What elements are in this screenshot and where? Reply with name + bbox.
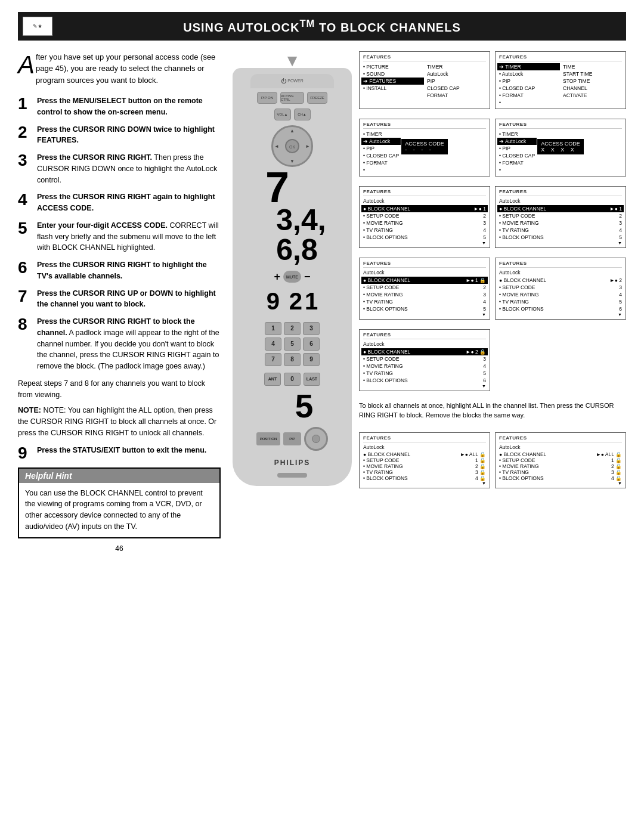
all-options-1: • BLOCK OPTIONS 4 🔒 xyxy=(363,475,486,481)
access-dash-panel: FEATURES • TIMER ➔ AutoLock • PIP • CLOS… xyxy=(359,119,490,176)
cursor-ring-small[interactable] xyxy=(304,427,328,451)
num-btn-6[interactable]: 6 xyxy=(303,337,320,351)
channel-1-row: ● BLOCK CHANNEL ►● 1 🔒 xyxy=(361,277,488,284)
num-btn-0[interactable]: 0 xyxy=(284,373,301,386)
step-number-5: 5 xyxy=(18,220,31,237)
cc-row-x: • CLOSED CAP xyxy=(499,152,535,159)
all-movie-num-2: 2 🔒 xyxy=(611,463,622,469)
block-channel-row-1: ● BLOCK CHANNEL ►● 1 xyxy=(361,205,488,212)
setup-code-row-1b: • SETUP CODE 2 xyxy=(499,212,622,219)
menu-features-selected: ➔ FEATURES xyxy=(361,78,424,85)
ch2-setup: • SETUP CODE 3 xyxy=(499,284,622,291)
all-setup-label-1: • SETUP CODE xyxy=(363,457,399,463)
all-movie-num-1: 2 🔒 xyxy=(475,463,486,469)
timer-selected: ➔ TIMER xyxy=(497,63,560,70)
remote-freeze-btn[interactable]: FREEZE xyxy=(307,92,327,104)
fmt-row-x: • FORMAT xyxy=(499,159,535,166)
down-arrow-4: ▼ xyxy=(363,384,486,388)
timer-row: • TIMER xyxy=(363,131,399,138)
num-btn-2[interactable]: 2 xyxy=(284,322,301,335)
remote-ch-up[interactable]: CH▲ xyxy=(294,109,311,120)
channel-2-locked-panel: FEATURES AutoLock ● BLOCK CHANNEL ►● 2 🔒… xyxy=(359,329,490,391)
movie-rating-row-1: • MOVIE RATING 3 xyxy=(363,219,486,227)
all-block-label-2: ● BLOCK CHANNEL xyxy=(499,451,546,457)
position-btn[interactable]: POSITION xyxy=(256,432,280,445)
step-number-7: 7 xyxy=(18,288,31,305)
intro-text: A fter you have set up your personal acc… xyxy=(18,51,221,86)
autolock-label-4: AutoLock xyxy=(363,341,486,347)
autolock-label-2: AutoLock xyxy=(363,270,486,275)
empty-row-x: • xyxy=(499,166,535,174)
big-2: 2 xyxy=(289,288,302,315)
repeat-note: Repeat steps 7 and 8 for any channels yo… xyxy=(18,378,221,401)
menu-closed-cap: CLOSED CAP xyxy=(427,85,486,92)
step-5: 5 Enter your four-digit ACCESS CODE. COR… xyxy=(18,220,221,253)
num-btn-7[interactable]: 7 xyxy=(265,353,281,366)
ch1-setup: • SETUP CODE 2 xyxy=(363,284,486,291)
num-btn-3[interactable]: 3 xyxy=(303,322,320,335)
start-time-item: START TIME xyxy=(563,70,622,78)
timer-left-col: ➔ TIMER • AutoLock • PIP • CLOSED CAP • … xyxy=(499,63,558,106)
step-3: 3 Press the CURSOR RING RIGHT. Then pres… xyxy=(18,152,221,185)
cursor-ring[interactable]: OK ▲ ▼ ◄ ► xyxy=(271,125,313,167)
step-number-6: 6 xyxy=(18,259,31,276)
ch1-tv: • TV RATING 4 xyxy=(363,298,486,305)
step-text-8: Press the CURSOR RING RIGHT to block the… xyxy=(37,316,221,372)
remote-active-ctrl-btn[interactable]: ACTIVE CTRL xyxy=(280,92,304,104)
screen-row-4: FEATURES AutoLock ● BLOCK CHANNEL ►● 1 🔒… xyxy=(359,258,626,320)
all-movie-label-2: • MOVIE RATING xyxy=(499,463,539,469)
menu-sound: • SOUND xyxy=(363,70,422,78)
big-9: 9 xyxy=(267,288,280,315)
remote-top-row: PIP ON ACTIVE CTRL FREEZE xyxy=(257,92,327,104)
pip-row: • PIP xyxy=(363,145,399,152)
num-btn-4[interactable]: 4 xyxy=(265,337,281,351)
autolock-label-all-1: AutoLock xyxy=(363,444,486,450)
big-5: 5 xyxy=(295,390,314,423)
all-movie-1: • MOVIE RATING 2 🔒 xyxy=(363,463,486,469)
num-btn-8[interactable]: 8 xyxy=(284,353,301,366)
all-options-num-2: 4 🔒 xyxy=(611,475,622,481)
step-text-5: Enter your four-digit ACCESS CODE. CORRE… xyxy=(37,220,221,253)
all-movie-label-1: • MOVIE RATING xyxy=(363,463,403,469)
num-btn-9[interactable]: 9 xyxy=(303,353,320,366)
timer-panel: FEATURES ➔ TIMER • AutoLock • PIP • CLOS… xyxy=(495,51,626,109)
ch1-lock: ►● 1 🔒 xyxy=(466,277,486,283)
down-arrow-1b: ▼ xyxy=(499,241,622,245)
all-block-label-1: ● BLOCK CHANNEL xyxy=(363,451,410,457)
channel-2-panel: FEATURES AutoLock ● BLOCK CHANNEL ►● 2 •… xyxy=(495,258,626,320)
menu-format: FORMAT xyxy=(427,92,486,99)
remote-pip-on-btn[interactable]: PIP ON xyxy=(257,92,277,104)
cursor-center[interactable]: OK xyxy=(285,139,299,153)
all-options-label-2: • BLOCK OPTIONS xyxy=(499,475,544,481)
panel-header-all-1: FEATURES xyxy=(363,435,486,442)
tv-rating-row-1: • TV RATING 4 xyxy=(363,227,486,234)
ch1-movie: • MOVIE RATING 3 xyxy=(363,291,486,298)
activate-item: ACTIVATE xyxy=(563,92,622,99)
last-btn[interactable]: LAST xyxy=(304,373,320,386)
pip-btn[interactable]: PIP xyxy=(283,432,301,445)
menu-timer: TIMER xyxy=(427,63,486,70)
panel-menu-1: • PICTURE • SOUND ➔ FEATURES • INSTALL T… xyxy=(363,63,486,99)
num-btn-5[interactable]: 5 xyxy=(284,337,301,351)
step-number-2: 2 xyxy=(18,124,31,141)
setup-code-row-1: • SETUP CODE 2 xyxy=(363,212,486,219)
menu-install: • INSTALL xyxy=(363,85,422,92)
block-channel-row-1b: ● BLOCK CHANNEL ►● 1 xyxy=(497,205,624,212)
remote-vol-up[interactable]: VOL▲ xyxy=(274,109,291,120)
mute-button[interactable]: MUTE xyxy=(283,271,301,283)
screens-and-remote: ▼ ⏻ POWER PIP ON ACTIVE CTRL FREEZE VOL▲ xyxy=(233,51,626,488)
page-title: Using AutoLockTM to Block Channels xyxy=(30,18,614,35)
minus-icon: − xyxy=(304,271,311,283)
screens-column: FEATURES • PICTURE • SOUND ➔ FEATURES • … xyxy=(359,51,626,488)
remote-illustration: ⏻ POWER PIP ON ACTIVE CTRL FREEZE VOL▲ C… xyxy=(233,68,352,486)
ant-btn[interactable]: ANT xyxy=(264,373,281,386)
remote-vol-mute-row: + MUTE − xyxy=(274,271,310,283)
panel-header-7: FEATURES xyxy=(499,261,622,268)
all-arrow-1: ►● ALL 🔒 xyxy=(460,451,486,457)
plus-icon: + xyxy=(274,271,280,283)
step-7: 7 Press the CURSOR RING UP or DOWN to hi… xyxy=(18,288,221,311)
panel-header-5b: FEATURES xyxy=(499,189,622,196)
main-menu-panel: FEATURES • PICTURE • SOUND ➔ FEATURES • … xyxy=(359,51,490,109)
autolock-label-1b: AutoLock xyxy=(499,198,622,204)
num-btn-1[interactable]: 1 xyxy=(265,322,281,335)
